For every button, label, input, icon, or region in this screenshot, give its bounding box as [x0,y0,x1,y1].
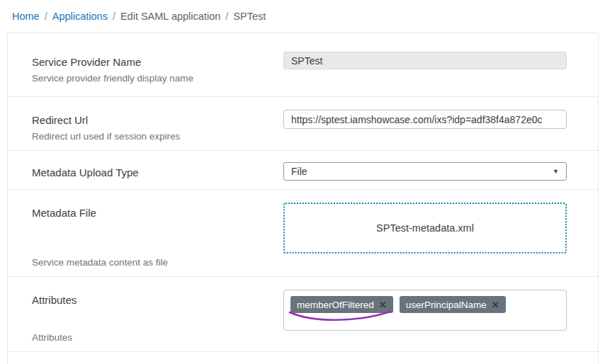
breadcrumb-separator: / [225,11,228,22]
metadata-file-helper: Service metadata content as file [32,257,168,268]
service-provider-name-label: Service Provider Name [32,56,193,68]
metadata-upload-type-select[interactable]: File ▼ [283,162,567,181]
breadcrumb-section: Edit SAML application [120,11,220,22]
attribute-chip: memberOfFiltered ✕ [290,296,393,313]
attributes-left: Attributes Attributes [32,290,77,343]
attribute-chip-label: memberOfFiltered [297,300,374,310]
attributes-helper: Attributes [32,332,77,343]
page: { "colors": { "link_blue": "#1577bd", "d… [0,0,605,364]
close-icon[interactable]: ✕ [492,300,499,309]
metadata-file-name: SPTest-metadata.xml [376,222,474,234]
redirect-url-helper: Redirect url used if session expires [32,131,180,142]
redirect-url-label: Redirect Url [32,114,180,126]
metadata-upload-type-left: Metadata Upload Type [32,162,139,178]
attributes-right: memberOfFiltered ✕ userPrincipalName ✕ [283,290,567,331]
metadata-upload-type-right: File ▼ [283,162,567,181]
metadata-file-right: SPTest-metadata.xml [283,203,567,254]
metadata-file-label: Metadata File [32,207,168,219]
attributes-chips-input[interactable]: memberOfFiltered ✕ userPrincipalName ✕ [283,290,567,331]
breadcrumb-current: SPTest [233,11,266,22]
redirect-url-input[interactable]: https://sptest.iamshowcase.com/ixs?idp=a… [283,110,567,129]
service-provider-name-row: Service Provider Name Service provider f… [8,33,598,97]
metadata-upload-type-selected-value: File [291,166,307,177]
attributes-label: Attributes [32,294,77,306]
next-row-partial [8,352,598,364]
breadcrumb-applications-link[interactable]: Applications [52,11,108,22]
redirect-url-row: Redirect Url Redirect url used if sessio… [8,97,598,151]
chevron-down-icon: ▼ [553,168,559,175]
metadata-upload-type-label: Metadata Upload Type [32,166,139,178]
close-icon[interactable]: ✕ [379,300,387,309]
attribute-chip: userPrincipalName ✕ [400,296,506,313]
breadcrumb-separator: / [113,11,115,22]
metadata-file-left: Metadata File Service metadata content a… [32,203,168,268]
metadata-file-row: Metadata File Service metadata content a… [8,190,598,277]
service-provider-name-input[interactable]: SPTest [283,52,567,69]
redirect-url-left: Redirect Url Redirect url used if sessio… [32,110,180,142]
attribute-chip-label: userPrincipalName [406,300,487,310]
breadcrumb: Home / Applications / Edit SAML applicat… [0,0,605,22]
service-provider-name-helper: Service provider friendly display name [32,73,193,84]
service-provider-name-left: Service Provider Name Service provider f… [32,52,193,84]
edit-saml-application-form: Service Provider Name Service provider f… [7,33,599,364]
breadcrumb-home-link[interactable]: Home [12,11,40,22]
redirect-url-right: https://sptest.iamshowcase.com/ixs?idp=a… [283,110,567,129]
service-provider-name-right: SPTest [283,52,567,69]
metadata-upload-type-row: Metadata Upload Type File ▼ [8,151,598,190]
breadcrumb-separator: / [45,11,47,22]
metadata-file-dropzone[interactable]: SPTest-metadata.xml [283,203,567,254]
attributes-row: Attributes Attributes memberOfFiltered ✕… [8,277,598,352]
